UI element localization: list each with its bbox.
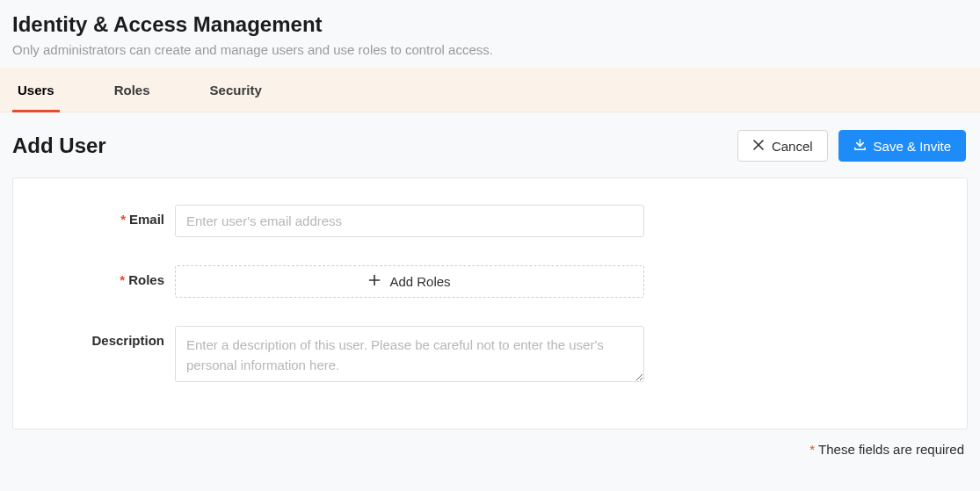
required-asterisk: * [120,212,126,227]
required-asterisk: * [809,442,815,457]
page-subtitle: Only administrators can create and manag… [12,42,968,57]
save-icon [853,138,867,154]
section-title: Add User [12,134,106,158]
roles-label-text: Roles [128,272,164,287]
close-icon [752,139,765,154]
action-buttons: Cancel Save & Invite [737,130,966,162]
plus-icon [368,274,381,289]
cancel-button-label: Cancel [772,139,813,154]
required-fields-note-text: These fields are required [818,442,964,457]
tab-security[interactable]: Security [205,69,267,112]
form-row-roles: *Roles Add Roles [34,265,946,298]
email-label: *Email [34,205,175,227]
tabs-bar: Users Roles Security [0,68,980,112]
add-roles-button[interactable]: Add Roles [175,265,644,298]
page-title: Identity & Access Management [12,12,968,37]
required-fields-note: *These fields are required [0,430,980,467]
save-invite-button[interactable]: Save & Invite [838,130,966,162]
email-field[interactable] [175,205,644,237]
section-header: Add User Cancel Save & Invite [0,112,980,177]
form-card: *Email *Roles Add Roles Description [12,177,968,430]
description-label: Description [34,326,175,348]
save-invite-button-label: Save & Invite [874,139,951,154]
description-label-text: Description [91,333,164,348]
roles-label: *Roles [34,265,175,287]
cancel-button[interactable]: Cancel [737,130,828,162]
form-row-email: *Email [34,205,946,237]
tab-roles[interactable]: Roles [109,69,156,112]
add-roles-button-label: Add Roles [389,274,450,289]
description-field[interactable] [175,326,644,382]
tab-users[interactable]: Users [12,69,60,112]
page-header: Identity & Access Management Only admini… [0,0,980,68]
form-row-description: Description [34,326,946,385]
email-label-text: Email [129,212,164,227]
required-asterisk: * [120,272,125,287]
